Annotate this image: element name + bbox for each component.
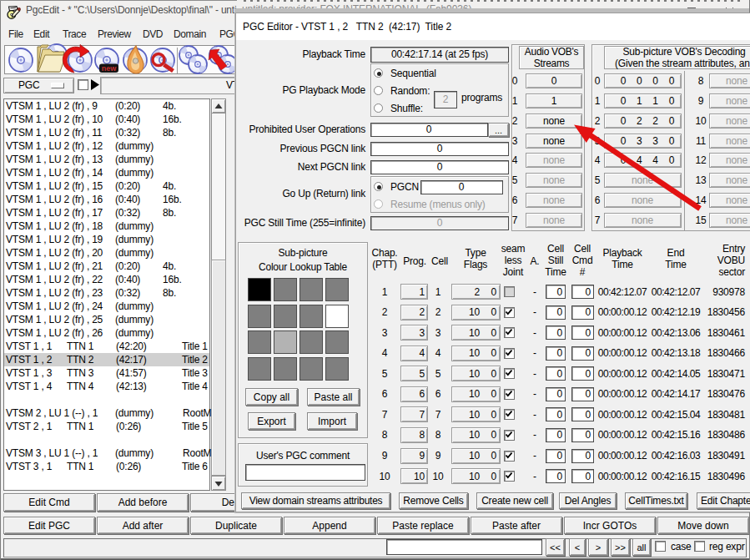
svg-text:new: new <box>102 64 118 73</box>
